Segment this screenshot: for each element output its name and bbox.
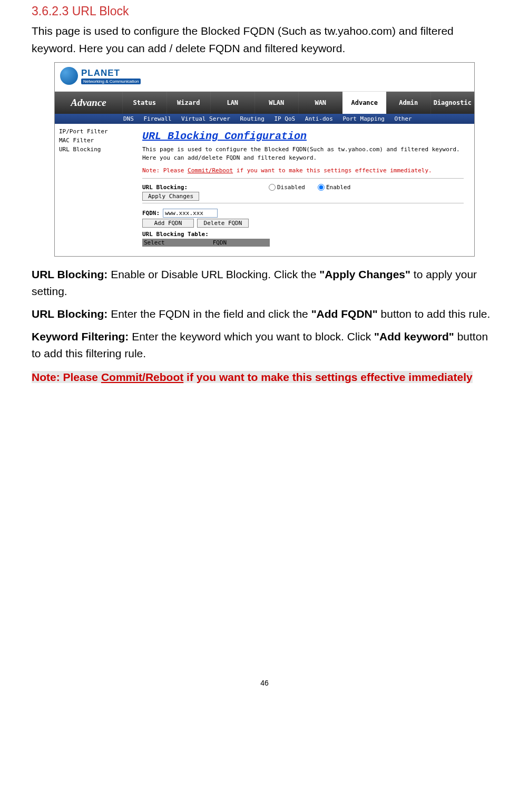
p2-text: Enter the FQDN in the field and click th…	[111, 308, 311, 320]
nav-wan[interactable]: WAN	[298, 92, 342, 114]
subnav-firewall[interactable]: Firewall	[144, 115, 172, 122]
separator	[142, 178, 464, 179]
subnav-dns[interactable]: DNS	[123, 115, 134, 122]
subnav-other[interactable]: Other	[395, 115, 412, 122]
subnav-ip-qos[interactable]: IP QoS	[274, 115, 295, 122]
radio-disabled-label: Disabled	[277, 184, 305, 191]
p3-text: Enter the keyword which you want to bloc…	[132, 330, 374, 343]
section-heading: 3.6.2.3 URL Block	[32, 4, 497, 18]
nav-brand: Advance	[55, 92, 122, 114]
doc-note: Note: Please Commit/Reboot if you want t…	[32, 371, 497, 384]
router-screenshot: PLANET Networking & Communication Advanc…	[54, 62, 475, 257]
fqdn-label: FQDN:	[142, 210, 160, 217]
p2-bold: "Add FQDN"	[311, 308, 378, 320]
brand-text: PLANET	[81, 68, 141, 79]
col-fqdn: FQDN	[170, 239, 270, 247]
commit-reboot-link[interactable]: Commit/Reboot	[188, 167, 233, 174]
page-number: 46	[0, 679, 529, 698]
sidebar: IP/Port Filter MAC Filter URL Blocking	[55, 124, 132, 256]
radio-disabled[interactable]: Disabled	[269, 184, 305, 191]
nav-wlan[interactable]: WLAN	[254, 92, 299, 114]
note-prefix: Note: Please	[142, 167, 188, 174]
radio-enabled-label: Enabled	[326, 184, 350, 191]
add-fqdn-button[interactable]: Add FQDN	[142, 219, 194, 228]
nav-wizard[interactable]: Wizard	[166, 92, 211, 114]
main-nav: Advance Status Wizard LAN WLAN WAN Advan…	[55, 92, 474, 114]
page-title: URL Blocking Configuration	[142, 130, 464, 142]
nav-status[interactable]: Status	[122, 92, 166, 114]
p2-label: URL Blocking:	[32, 308, 111, 320]
nav-admin[interactable]: Admin	[386, 92, 430, 114]
radio-enabled-input[interactable]	[318, 184, 325, 191]
p1-bold: "Apply Changes"	[319, 268, 410, 280]
paragraph-url-blocking-1: URL Blocking: Enable or Disable URL Bloc…	[32, 266, 497, 300]
subnav-virtual-server[interactable]: Virtual Server	[181, 115, 230, 122]
doc-note-link: Commit/Reboot	[101, 371, 183, 383]
header-bar: PLANET Networking & Communication	[55, 63, 474, 92]
subnav-port-mapping[interactable]: Port Mapping	[342, 115, 384, 122]
commit-note: Note: Please Commit/Reboot if you want t…	[142, 164, 464, 175]
p1-text: Enable or Disable URL Blocking. Click th…	[111, 268, 319, 280]
p2-tail: button to add this rule.	[378, 308, 491, 320]
url-blocking-label: URL Blocking:	[142, 184, 227, 191]
brand-subtext: Networking & Communication	[81, 79, 141, 84]
globe-icon	[60, 67, 78, 85]
paragraph-keyword-filtering: Keyword Filtering: Enter the keyword whi…	[32, 328, 497, 363]
sidebar-ip-port-filter[interactable]: IP/Port Filter	[59, 127, 128, 136]
sub-nav: DNS Firewall Virtual Server Routing IP Q…	[55, 114, 474, 124]
doc-note-suffix: if you want to make this settings effect…	[183, 371, 472, 383]
sidebar-url-blocking[interactable]: URL Blocking	[59, 145, 128, 154]
brand-logo: PLANET Networking & Communication	[60, 67, 141, 85]
col-select: Select	[142, 239, 170, 247]
page-description: This page is used to configure the Block…	[142, 145, 464, 162]
note-suffix: if you want to make this settings effect…	[233, 167, 432, 174]
p3-bold: "Add keyword"	[374, 330, 454, 343]
intro-text: This page is used to configure the Block…	[32, 23, 497, 57]
nav-lan[interactable]: LAN	[210, 92, 254, 114]
table-title: URL Blocking Table:	[142, 231, 464, 238]
p1-label: URL Blocking:	[32, 268, 111, 280]
main-panel: URL Blocking Configuration This page is …	[132, 124, 474, 256]
apply-changes-button[interactable]: Apply Changes	[142, 192, 199, 201]
table-header: Select FQDN	[142, 239, 464, 247]
paragraph-url-blocking-2: URL Blocking: Enter the FQDN in the fiel…	[32, 306, 497, 323]
delete-fqdn-button[interactable]: Delete FQDN	[197, 219, 249, 228]
fqdn-input[interactable]	[163, 209, 218, 218]
p3-label: Keyword Filtering:	[32, 330, 132, 343]
radio-enabled[interactable]: Enabled	[318, 184, 350, 191]
subnav-routing[interactable]: Routing	[240, 115, 264, 122]
separator-2	[142, 203, 464, 203]
radio-disabled-input[interactable]	[269, 184, 276, 191]
doc-note-prefix: Note: Please	[32, 371, 101, 383]
nav-diagnostic[interactable]: Diagnostic	[430, 92, 475, 114]
nav-advance[interactable]: Advance	[342, 92, 387, 114]
sidebar-mac-filter[interactable]: MAC Filter	[59, 136, 128, 145]
subnav-anti-dos[interactable]: Anti-dos	[305, 115, 333, 122]
